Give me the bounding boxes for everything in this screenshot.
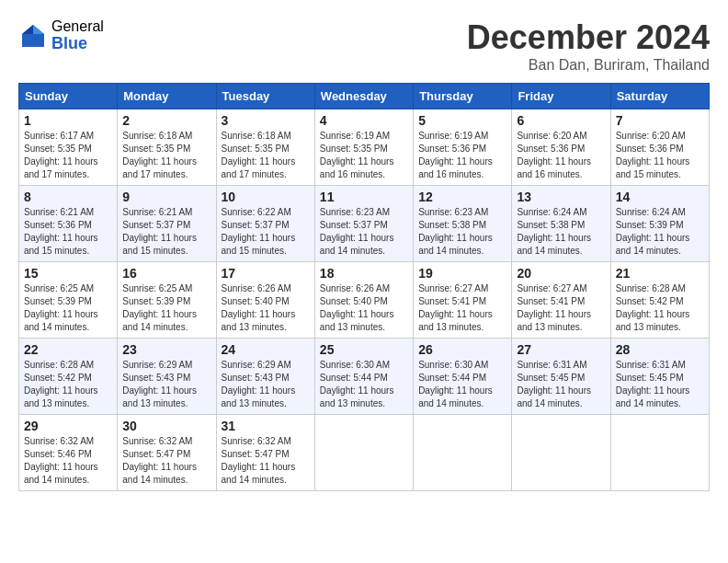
day-number: 24 [222,342,310,357]
logo-text: General Blue [51,18,104,52]
day-cell: 7 Sunrise: 6:20 AM Sunset: 5:36 PM Dayli… [610,109,709,186]
day-cell: 8 Sunrise: 6:21 AM Sunset: 5:36 PM Dayli… [19,186,118,262]
day-cell: 19 Sunrise: 6:27 AM Sunset: 5:41 PM Dayl… [414,262,512,339]
day-cell: 10 Sunrise: 6:22 AM Sunset: 5:37 PM Dayl… [216,186,314,262]
day-info: Sunrise: 6:25 AM Sunset: 5:39 PM Dayligh… [24,282,112,334]
day-info: Sunrise: 6:29 AM Sunset: 5:43 PM Dayligh… [122,359,210,410]
day-number: 21 [616,266,704,281]
day-number: 6 [517,113,605,128]
day-cell: 3 Sunrise: 6:18 AM Sunset: 5:35 PM Dayli… [216,109,314,186]
day-cell: 27 Sunrise: 6:31 AM Sunset: 5:45 PM Dayl… [512,339,610,415]
day-number: 8 [24,190,112,204]
day-cell: 16 Sunrise: 6:25 AM Sunset: 5:39 PM Dayl… [118,262,216,339]
logo-icon [18,21,48,51]
day-info: Sunrise: 6:31 AM Sunset: 5:45 PM Dayligh… [517,359,605,410]
day-number: 9 [122,190,210,204]
day-number: 4 [320,113,408,128]
day-number: 5 [418,113,506,128]
day-info: Sunrise: 6:18 AM Sunset: 5:35 PM Dayligh… [222,130,310,181]
day-info: Sunrise: 6:27 AM Sunset: 5:41 PM Dayligh… [517,282,605,334]
day-info: Sunrise: 6:20 AM Sunset: 5:36 PM Dayligh… [517,130,605,181]
day-info: Sunrise: 6:32 AM Sunset: 5:47 PM Dayligh… [122,435,210,487]
day-number: 18 [320,266,408,281]
day-info: Sunrise: 6:18 AM Sunset: 5:35 PM Dayligh… [122,130,210,181]
week-row-2: 15 Sunrise: 6:25 AM Sunset: 5:39 PM Dayl… [19,262,710,339]
day-cell: 13 Sunrise: 6:24 AM Sunset: 5:38 PM Dayl… [512,186,610,262]
day-number: 28 [616,342,704,357]
day-cell: 26 Sunrise: 6:30 AM Sunset: 5:44 PM Dayl… [414,339,512,415]
day-cell: 24 Sunrise: 6:29 AM Sunset: 5:43 PM Dayl… [216,339,314,415]
header-cell-saturday: Saturday [610,84,709,109]
day-info: Sunrise: 6:26 AM Sunset: 5:40 PM Dayligh… [222,282,310,334]
day-cell: 21 Sunrise: 6:28 AM Sunset: 5:42 PM Dayl… [610,262,709,339]
day-cell [610,415,709,491]
day-info: Sunrise: 6:28 AM Sunset: 5:42 PM Dayligh… [24,359,112,410]
day-cell: 28 Sunrise: 6:31 AM Sunset: 5:45 PM Dayl… [610,339,709,415]
day-cell: 25 Sunrise: 6:30 AM Sunset: 5:44 PM Dayl… [314,339,413,415]
day-number: 11 [320,190,408,204]
month-title: December 2024 [467,18,710,57]
day-cell: 18 Sunrise: 6:26 AM Sunset: 5:40 PM Dayl… [314,262,413,339]
day-info: Sunrise: 6:27 AM Sunset: 5:41 PM Dayligh… [418,282,506,334]
day-number: 16 [122,266,210,281]
day-info: Sunrise: 6:30 AM Sunset: 5:44 PM Dayligh… [418,359,506,410]
day-number: 25 [320,342,408,357]
day-info: Sunrise: 6:29 AM Sunset: 5:43 PM Dayligh… [222,359,310,410]
header-cell-thursday: Thursday [414,84,512,109]
header-cell-tuesday: Tuesday [216,84,314,109]
day-number: 1 [24,113,112,128]
day-info: Sunrise: 6:24 AM Sunset: 5:39 PM Dayligh… [616,206,704,258]
day-cell [414,415,512,491]
day-cell: 30 Sunrise: 6:32 AM Sunset: 5:47 PM Dayl… [118,415,216,491]
day-info: Sunrise: 6:23 AM Sunset: 5:38 PM Dayligh… [418,206,506,258]
header-cell-wednesday: Wednesday [314,84,413,109]
day-number: 17 [222,266,310,281]
day-cell: 15 Sunrise: 6:25 AM Sunset: 5:39 PM Dayl… [19,262,118,339]
day-info: Sunrise: 6:28 AM Sunset: 5:42 PM Dayligh… [616,282,704,334]
day-number: 3 [222,113,310,128]
day-cell: 5 Sunrise: 6:19 AM Sunset: 5:36 PM Dayli… [414,109,512,186]
header-cell-monday: Monday [118,84,216,109]
day-info: Sunrise: 6:22 AM Sunset: 5:37 PM Dayligh… [222,206,310,258]
week-row-3: 22 Sunrise: 6:28 AM Sunset: 5:42 PM Dayl… [19,339,710,415]
day-info: Sunrise: 6:19 AM Sunset: 5:35 PM Dayligh… [320,130,408,181]
title-area: December 2024 Ban Dan, Buriram, Thailand [467,18,710,74]
day-info: Sunrise: 6:19 AM Sunset: 5:36 PM Dayligh… [418,130,506,181]
day-number: 12 [418,190,506,204]
day-number: 10 [222,190,310,204]
day-info: Sunrise: 6:25 AM Sunset: 5:39 PM Dayligh… [122,282,210,334]
calendar-table: SundayMondayTuesdayWednesdayThursdayFrid… [18,83,710,491]
day-number: 19 [418,266,506,281]
day-info: Sunrise: 6:20 AM Sunset: 5:36 PM Dayligh… [616,130,704,181]
week-row-1: 8 Sunrise: 6:21 AM Sunset: 5:36 PM Dayli… [19,186,710,262]
day-number: 2 [122,113,210,128]
day-info: Sunrise: 6:26 AM Sunset: 5:40 PM Dayligh… [320,282,408,334]
day-cell: 14 Sunrise: 6:24 AM Sunset: 5:39 PM Dayl… [610,186,709,262]
day-number: 13 [517,190,605,204]
header: General Blue December 2024 Ban Dan, Buri… [18,18,710,74]
day-number: 26 [418,342,506,357]
day-info: Sunrise: 6:32 AM Sunset: 5:46 PM Dayligh… [24,435,112,487]
day-cell: 9 Sunrise: 6:21 AM Sunset: 5:37 PM Dayli… [118,186,216,262]
day-cell [314,415,413,491]
day-cell: 11 Sunrise: 6:23 AM Sunset: 5:37 PM Dayl… [314,186,413,262]
day-cell: 29 Sunrise: 6:32 AM Sunset: 5:46 PM Dayl… [19,415,118,491]
day-number: 14 [616,190,704,204]
day-info: Sunrise: 6:21 AM Sunset: 5:37 PM Dayligh… [122,206,210,258]
day-info: Sunrise: 6:30 AM Sunset: 5:44 PM Dayligh… [320,359,408,410]
day-cell: 22 Sunrise: 6:28 AM Sunset: 5:42 PM Dayl… [19,339,118,415]
logo-general: General [51,18,104,35]
day-info: Sunrise: 6:24 AM Sunset: 5:38 PM Dayligh… [517,206,605,258]
day-info: Sunrise: 6:21 AM Sunset: 5:36 PM Dayligh… [24,206,112,258]
day-number: 15 [24,266,112,281]
day-number: 7 [616,113,704,128]
day-cell: 4 Sunrise: 6:19 AM Sunset: 5:35 PM Dayli… [314,109,413,186]
header-cell-sunday: Sunday [19,84,118,109]
day-number: 27 [517,342,605,357]
day-cell: 20 Sunrise: 6:27 AM Sunset: 5:41 PM Dayl… [512,262,610,339]
day-cell: 2 Sunrise: 6:18 AM Sunset: 5:35 PM Dayli… [118,109,216,186]
day-info: Sunrise: 6:32 AM Sunset: 5:47 PM Dayligh… [222,435,310,487]
day-info: Sunrise: 6:17 AM Sunset: 5:35 PM Dayligh… [24,130,112,181]
week-row-4: 29 Sunrise: 6:32 AM Sunset: 5:46 PM Dayl… [19,415,710,491]
day-number: 23 [122,342,210,357]
